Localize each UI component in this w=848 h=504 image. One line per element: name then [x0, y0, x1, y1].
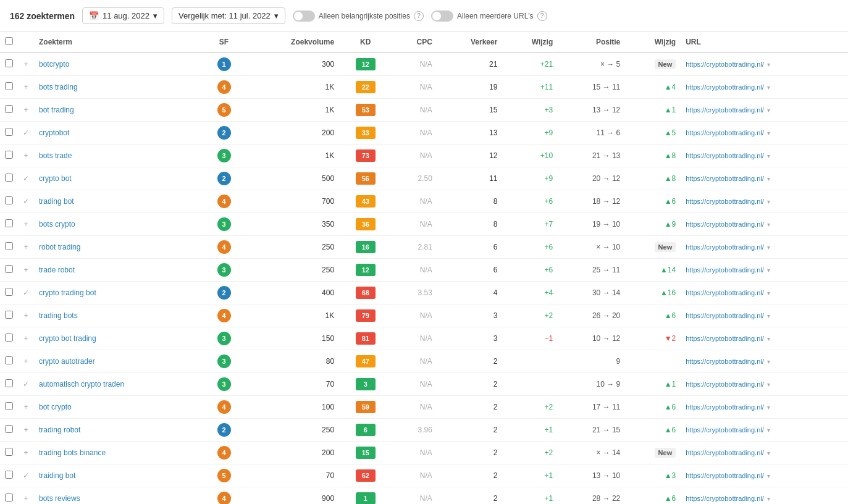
url-link[interactable]: https://cryptobottrading.nl/ [686, 449, 764, 456]
col-kd[interactable]: KD [339, 32, 392, 52]
row-checkbox[interactable] [5, 311, 13, 319]
row-action-icon[interactable]: + [18, 304, 34, 327]
url-dropdown-icon[interactable]: ▾ [765, 153, 770, 159]
help-icon-1[interactable]: ? [414, 11, 424, 21]
url-link[interactable]: https://cryptobottrading.nl/ [686, 289, 764, 296]
row-positie: 19 → 10 [558, 213, 625, 236]
row-checkbox[interactable] [5, 219, 13, 227]
url-dropdown-icon[interactable]: ▾ [765, 472, 770, 479]
row-checkbox[interactable] [5, 242, 13, 250]
row-action-icon[interactable]: + [18, 259, 34, 282]
date-picker-button[interactable]: 📅 11 aug. 2022 ▾ [82, 7, 164, 24]
col-url[interactable]: URL [681, 32, 848, 52]
url-link[interactable]: https://cryptobottrading.nl/ [686, 61, 764, 68]
col-zoekvolume[interactable]: Zoekvolume [245, 32, 339, 52]
row-action-icon[interactable]: + [18, 99, 34, 122]
url-dropdown-icon[interactable]: ▾ [765, 84, 770, 91]
row-action-icon[interactable]: + [18, 396, 34, 419]
row-action-icon[interactable]: ✓ [18, 190, 34, 213]
url-link[interactable]: https://cryptobottrading.nl/ [686, 266, 764, 274]
row-action-icon[interactable]: + [18, 442, 34, 464]
col-cpc[interactable]: CPC [392, 32, 437, 52]
row-checkbox[interactable] [5, 334, 13, 342]
url-dropdown-icon[interactable]: ▾ [765, 221, 770, 228]
row-action-icon[interactable]: + [18, 327, 34, 350]
url-link[interactable]: https://cryptobottrading.nl/ [686, 426, 764, 434]
url-link[interactable]: https://cryptobottrading.nl/ [686, 83, 764, 91]
row-checkbox[interactable] [5, 379, 13, 387]
row-checkbox[interactable] [5, 59, 13, 67]
row-checkbox[interactable] [5, 151, 13, 159]
url-dropdown-icon[interactable]: ▾ [765, 244, 770, 251]
url-link[interactable]: https://cryptobottrading.nl/ [686, 312, 764, 319]
url-link[interactable]: https://cryptobottrading.nl/ [686, 335, 764, 342]
row-action-icon[interactable]: + [18, 145, 34, 167]
url-dropdown-icon[interactable]: ▾ [765, 267, 770, 274]
col-checkbox[interactable] [0, 32, 18, 52]
row-action-icon[interactable]: + [18, 213, 34, 236]
url-dropdown-icon[interactable]: ▾ [765, 404, 770, 411]
row-checkbox[interactable] [5, 196, 13, 204]
url-dropdown-icon[interactable]: ▾ [765, 358, 770, 365]
row-action-icon[interactable]: + [18, 350, 34, 373]
toggle-1[interactable] [293, 10, 315, 22]
url-dropdown-icon[interactable]: ▾ [765, 335, 770, 342]
row-action-icon[interactable]: ✓ [18, 282, 34, 304]
col-positie[interactable]: Positie [558, 32, 625, 52]
url-dropdown-icon[interactable]: ▾ [765, 290, 770, 296]
select-all-checkbox[interactable] [5, 37, 13, 45]
url-link[interactable]: https://cryptobottrading.nl/ [686, 495, 764, 502]
url-link[interactable]: https://cryptobottrading.nl/ [686, 152, 764, 159]
row-checkbox[interactable] [5, 128, 13, 136]
row-checkbox[interactable] [5, 265, 13, 273]
row-url: https://cryptobottrading.nl/ ▾ [681, 236, 848, 259]
row-checkbox[interactable] [5, 471, 13, 479]
url-dropdown-icon[interactable]: ▾ [765, 450, 770, 456]
url-link[interactable]: https://cryptobottrading.nl/ [686, 472, 764, 479]
url-link[interactable]: https://cryptobottrading.nl/ [686, 358, 764, 365]
help-icon-2[interactable]: ? [537, 11, 547, 21]
url-dropdown-icon[interactable]: ▾ [765, 175, 770, 182]
row-action-icon[interactable]: + [18, 419, 34, 442]
row-checkbox[interactable] [5, 448, 13, 456]
row-action-icon[interactable]: + [18, 487, 34, 505]
row-action-icon[interactable]: ✓ [18, 122, 34, 145]
url-link[interactable]: https://cryptobottrading.nl/ [686, 403, 764, 411]
url-dropdown-icon[interactable]: ▾ [765, 107, 770, 114]
url-dropdown-icon[interactable]: ▾ [765, 427, 770, 434]
row-action-icon[interactable]: + [18, 52, 34, 76]
url-dropdown-icon[interactable]: ▾ [765, 313, 770, 319]
row-action-icon[interactable]: + [18, 76, 34, 99]
col-zoekterm[interactable]: Zoekterm [34, 32, 203, 52]
compare-button[interactable]: Vergelijk met: 11 jul. 2022 ▾ [172, 7, 285, 24]
url-link[interactable]: https://cryptobottrading.nl/ [686, 220, 764, 228]
row-checkbox[interactable] [5, 105, 13, 113]
col-sf[interactable]: SF [203, 32, 245, 52]
col-wijzig2[interactable]: Wijzig [625, 32, 681, 52]
url-dropdown-icon[interactable]: ▾ [765, 495, 770, 502]
row-action-icon[interactable]: ✓ [18, 373, 34, 396]
row-checkbox[interactable] [5, 425, 13, 433]
row-action-icon[interactable]: + [18, 236, 34, 259]
url-dropdown-icon[interactable]: ▾ [765, 381, 770, 388]
row-checkbox[interactable] [5, 356, 13, 364]
url-link[interactable]: https://cryptobottrading.nl/ [686, 106, 764, 114]
url-link[interactable]: https://cryptobottrading.nl/ [686, 129, 764, 136]
row-checkbox[interactable] [5, 288, 13, 296]
url-link[interactable]: https://cryptobottrading.nl/ [686, 175, 764, 182]
url-link[interactable]: https://cryptobottrading.nl/ [686, 380, 764, 388]
url-dropdown-icon[interactable]: ▾ [765, 61, 770, 68]
url-link[interactable]: https://cryptobottrading.nl/ [686, 243, 764, 251]
url-dropdown-icon[interactable]: ▾ [765, 198, 770, 205]
row-action-icon[interactable]: ✓ [18, 167, 34, 190]
row-checkbox[interactable] [5, 82, 13, 90]
row-checkbox[interactable] [5, 494, 13, 502]
url-dropdown-icon[interactable]: ▾ [765, 130, 770, 136]
url-link[interactable]: https://cryptobottrading.nl/ [686, 198, 764, 205]
col-verkeer[interactable]: Verkeer [437, 32, 503, 52]
col-wijzig1[interactable]: Wijzig [502, 32, 558, 52]
row-checkbox[interactable] [5, 402, 13, 410]
toggle-2[interactable] [431, 10, 453, 22]
row-checkbox[interactable] [5, 174, 13, 182]
row-action-icon[interactable]: ✓ [18, 464, 34, 487]
